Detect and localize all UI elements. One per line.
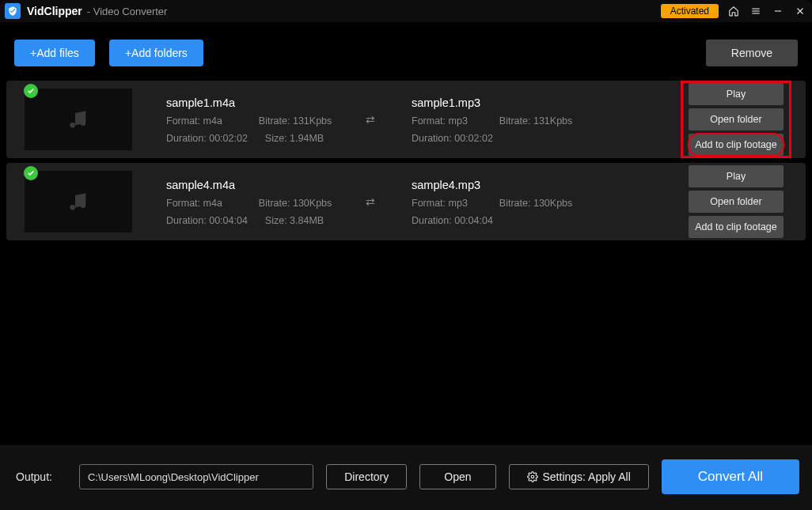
- open-folder-button[interactable]: Open folder: [689, 108, 784, 130]
- menu-button[interactable]: [749, 4, 763, 18]
- file-row[interactable]: sample1.m4a Format: m4a Bitrate: 131Kpbs…: [6, 81, 806, 158]
- check-badge-icon: [24, 166, 38, 180]
- add-files-button[interactable]: +Add files: [14, 40, 95, 66]
- row-actions: Play Open folder Add to clip footage: [681, 163, 791, 240]
- play-button[interactable]: Play: [689, 165, 784, 187]
- dest-format: Format: mp3: [412, 198, 468, 209]
- thumbnail: [25, 171, 132, 232]
- settings-label: Settings: Apply All: [543, 470, 631, 483]
- dest-duration: Duration: 00:04:04: [412, 215, 493, 226]
- thumbnail: [25, 89, 132, 150]
- source-format: Format: m4a: [166, 198, 222, 209]
- app-name: VidClipper: [27, 5, 82, 17]
- dest-bitrate: Bitrate: 130Kpbs: [499, 198, 572, 209]
- row-actions: Play Open folder Add to clip footage: [681, 81, 791, 158]
- svg-point-6: [531, 475, 534, 478]
- file-row[interactable]: sample4.m4a Format: m4a Bitrate: 130Kpbs…: [6, 163, 806, 240]
- app-subtitle: - Video Converter: [87, 6, 168, 17]
- toolbar: +Add files +Add folders Remove: [0, 22, 812, 81]
- dest-filename: sample4.mp3: [412, 179, 616, 191]
- dest-duration: Duration: 00:02:02: [412, 133, 493, 144]
- convert-arrow-icon: ⇄: [355, 113, 386, 126]
- home-button[interactable]: [727, 4, 741, 18]
- source-filename: sample1.m4a: [166, 96, 347, 109]
- source-duration: Duration: 00:04:04: [166, 215, 248, 226]
- activated-badge: Activated: [661, 4, 719, 18]
- source-size: Size: 1.94MB: [265, 133, 324, 144]
- settings-button[interactable]: Settings: Apply All: [509, 464, 649, 489]
- open-folder-button[interactable]: Open folder: [689, 191, 784, 213]
- gear-icon: [527, 471, 538, 482]
- dest-format: Format: mp3: [412, 115, 468, 127]
- output-path-input[interactable]: [79, 464, 313, 489]
- directory-button[interactable]: Directory: [326, 464, 407, 489]
- add-clip-footage-button[interactable]: Add to clip footage: [689, 134, 784, 156]
- convert-all-button[interactable]: Convert All: [662, 459, 799, 494]
- add-clip-footage-button[interactable]: Add to clip footage: [689, 216, 784, 238]
- play-button[interactable]: Play: [689, 83, 784, 105]
- convert-arrow-icon: ⇄: [355, 195, 386, 208]
- close-button[interactable]: [793, 4, 807, 18]
- source-format: Format: m4a: [166, 115, 222, 127]
- minimize-button[interactable]: [771, 4, 785, 18]
- check-badge-icon: [24, 84, 38, 98]
- dest-bitrate: Bitrate: 131Kpbs: [499, 115, 572, 127]
- output-label: Output:: [16, 470, 52, 483]
- file-list: sample1.m4a Format: m4a Bitrate: 131Kpbs…: [0, 81, 812, 445]
- source-size: Size: 3.84MB: [265, 215, 324, 226]
- source-duration: Duration: 00:02:02: [166, 133, 248, 144]
- remove-button[interactable]: Remove: [706, 40, 798, 66]
- source-bitrate: Bitrate: 130Kpbs: [259, 198, 332, 209]
- bottom-bar: Output: Directory Open Settings: Apply A…: [0, 445, 812, 510]
- app-icon: [5, 3, 21, 19]
- source-bitrate: Bitrate: 131Kpbs: [259, 115, 332, 127]
- dest-filename: sample1.mp3: [412, 96, 616, 109]
- source-filename: sample4.m4a: [166, 179, 347, 191]
- open-button[interactable]: Open: [419, 464, 495, 489]
- titlebar: VidClipper - Video Converter Activated: [0, 0, 812, 22]
- add-folders-button[interactable]: +Add folders: [109, 40, 203, 66]
